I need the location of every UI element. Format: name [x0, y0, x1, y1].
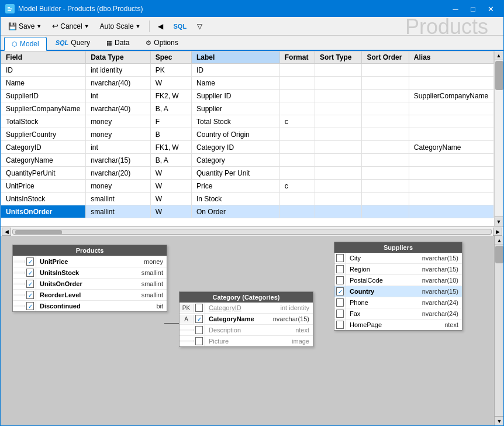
- checkbox[interactable]: [336, 254, 344, 262]
- table-cell[interactable]: Supplier ID: [192, 90, 280, 102]
- table-cell[interactable]: Name: [192, 77, 280, 90]
- table-cell[interactable]: nvarchar(40): [86, 102, 151, 115]
- table-cell[interactable]: W: [150, 77, 191, 90]
- table-cell[interactable]: [409, 180, 493, 193]
- row-check[interactable]: [194, 303, 205, 313]
- table-cell[interactable]: FK2, W: [150, 90, 191, 102]
- table-cell[interactable]: [362, 180, 409, 193]
- row-check[interactable]: [194, 314, 205, 324]
- tab-model[interactable]: ⬡ Model: [4, 37, 47, 51]
- table-cell[interactable]: [362, 193, 409, 205]
- table-cell[interactable]: [362, 141, 409, 154]
- table-cell[interactable]: int: [86, 141, 151, 154]
- table-cell[interactable]: [362, 64, 409, 77]
- table-cell[interactable]: [315, 193, 362, 205]
- checkbox[interactable]: [336, 287, 344, 296]
- table-cell[interactable]: [279, 141, 315, 154]
- tab-options[interactable]: ⚙ Options: [138, 36, 185, 50]
- table-cell[interactable]: B: [150, 128, 191, 141]
- table-cell[interactable]: [362, 167, 409, 180]
- table-cell[interactable]: [279, 193, 315, 205]
- table-cell[interactable]: [409, 64, 493, 77]
- row-check[interactable]: [25, 279, 36, 289]
- table-scroll[interactable]: Field Data Type Spec Label Format Sort T…: [1, 51, 503, 226]
- table-cell[interactable]: Total Stock: [192, 115, 280, 128]
- table-cell[interactable]: [315, 64, 362, 77]
- cancel-button[interactable]: ↩ Cancel ▼: [48, 20, 93, 32]
- table-cell[interactable]: [315, 205, 362, 218]
- checkbox[interactable]: [195, 326, 203, 334]
- filter-button[interactable]: ▽: [193, 20, 206, 32]
- h-scrollbar[interactable]: [12, 229, 492, 235]
- table-cell[interactable]: SupplierCompanyName: [409, 90, 493, 102]
- table-cell[interactable]: int identity: [86, 64, 151, 77]
- table-cell[interactable]: W: [150, 193, 191, 205]
- row-check[interactable]: [334, 253, 346, 263]
- table-cell[interactable]: In Stock: [192, 193, 280, 205]
- checkbox[interactable]: [195, 315, 203, 323]
- table-cell[interactable]: [315, 167, 362, 180]
- table-cell[interactable]: [409, 154, 493, 167]
- table-cell[interactable]: [409, 167, 493, 180]
- table-cell[interactable]: [362, 115, 409, 128]
- row-check[interactable]: [334, 320, 346, 330]
- checkbox[interactable]: [336, 265, 344, 273]
- row-check[interactable]: [194, 336, 205, 346]
- table-cell[interactable]: [279, 154, 315, 167]
- table-cell[interactable]: PK: [150, 64, 191, 77]
- row-check[interactable]: [25, 267, 36, 278]
- table-cell[interactable]: FK1, W: [150, 141, 191, 154]
- row-check[interactable]: [194, 325, 205, 335]
- back-button[interactable]: ◀: [154, 20, 167, 32]
- table-cell[interactable]: [315, 141, 362, 154]
- table-cell[interactable]: Country of Origin: [192, 128, 280, 141]
- table-cell[interactable]: money: [86, 180, 151, 193]
- table-cell[interactable]: [362, 90, 409, 102]
- checkbox[interactable]: [336, 321, 344, 329]
- diagram-v-scrollbar[interactable]: ▲ ▼: [494, 236, 503, 425]
- table-cell[interactable]: B, A: [150, 154, 191, 167]
- scroll-thumb[interactable]: [495, 61, 503, 90]
- checkbox[interactable]: [26, 302, 34, 310]
- table-cell[interactable]: [315, 90, 362, 102]
- h-scroll-left-btn[interactable]: ◀: [2, 228, 11, 236]
- table-cell[interactable]: [315, 128, 362, 141]
- table-cell[interactable]: ID: [1, 64, 86, 77]
- table-cell[interactable]: c: [279, 115, 315, 128]
- table-cell[interactable]: UnitPrice: [1, 180, 86, 193]
- table-cell[interactable]: [362, 77, 409, 90]
- table-cell[interactable]: smallint: [86, 193, 151, 205]
- row-check[interactable]: [334, 286, 346, 297]
- diagram-scroll-up[interactable]: ▲: [495, 236, 503, 245]
- table-cell[interactable]: int: [86, 90, 151, 102]
- table-cell[interactable]: [315, 115, 362, 128]
- tab-query[interactable]: SQL Query: [48, 36, 98, 50]
- checkbox[interactable]: [26, 269, 34, 277]
- table-cell[interactable]: CategoryName: [1, 154, 86, 167]
- checkbox[interactable]: [336, 310, 344, 318]
- table-cell[interactable]: [409, 193, 493, 205]
- table-cell[interactable]: Name: [1, 77, 86, 90]
- table-cell[interactable]: [279, 102, 315, 115]
- table-cell[interactable]: [362, 102, 409, 115]
- checkbox[interactable]: [26, 280, 34, 288]
- row-check[interactable]: [25, 290, 36, 300]
- table-cell[interactable]: [279, 64, 315, 77]
- table-cell[interactable]: [279, 205, 315, 218]
- save-button[interactable]: 💾 Save ▼: [4, 20, 46, 32]
- table-cell[interactable]: money: [86, 115, 151, 128]
- table-cell[interactable]: Category: [192, 154, 280, 167]
- table-cell[interactable]: SupplierID: [1, 90, 86, 102]
- table-cell[interactable]: W: [150, 205, 191, 218]
- checkbox[interactable]: [336, 276, 344, 284]
- v-scrollbar[interactable]: ▲ ▼: [494, 51, 503, 226]
- table-cell[interactable]: [409, 128, 493, 141]
- table-cell[interactable]: W: [150, 167, 191, 180]
- table-cell[interactable]: nvarchar(20): [86, 167, 151, 180]
- checkbox[interactable]: [26, 257, 34, 266]
- table-cell[interactable]: [279, 128, 315, 141]
- table-cell[interactable]: QuantityPerUnit: [1, 167, 86, 180]
- table-cell[interactable]: [409, 77, 493, 90]
- table-cell[interactable]: Category ID: [192, 141, 280, 154]
- table-cell[interactable]: ID: [192, 64, 280, 77]
